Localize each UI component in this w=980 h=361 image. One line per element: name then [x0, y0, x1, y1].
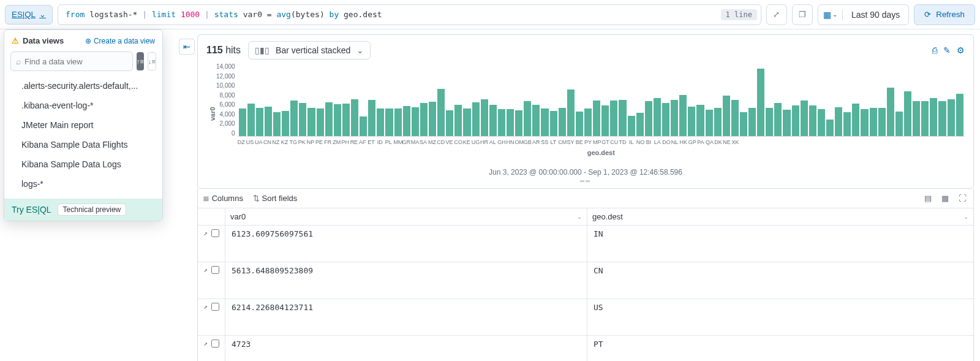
chart-bar[interactable] — [783, 110, 790, 136]
chart-bar[interactable] — [921, 101, 929, 136]
chart-bar[interactable] — [247, 104, 255, 136]
create-data-view-link[interactable]: ⊕ Create a data view — [85, 37, 155, 45]
chart-bar[interactable] — [334, 104, 341, 136]
data-view-item[interactable]: JMeter Main report — [4, 115, 162, 135]
chart-bar[interactable] — [394, 108, 402, 136]
density-button[interactable]: ▤ — [922, 194, 934, 203]
sort-asc-button[interactable]: ↑≡ — [137, 52, 144, 70]
chart-bar[interactable] — [757, 69, 764, 136]
chart-bar[interactable] — [429, 102, 436, 136]
chart-bar[interactable] — [696, 105, 704, 136]
column-header-geo-dest[interactable]: geo.dest⌄ — [587, 208, 973, 225]
chart-bar[interactable] — [325, 102, 333, 136]
chart-bar[interactable] — [256, 108, 263, 136]
chart-bar[interactable] — [774, 103, 782, 136]
expand-row-button[interactable]: ↗ — [203, 229, 208, 237]
sort-fields-button[interactable]: ⇅ Sort fields — [253, 194, 297, 203]
chart-bar[interactable] — [938, 101, 946, 136]
expand-row-button[interactable]: ↗ — [203, 303, 208, 311]
fullscreen-button[interactable]: ⛶ — [956, 194, 968, 203]
chart-bar[interactable] — [377, 108, 384, 136]
chart-bar[interactable] — [385, 108, 393, 136]
display-options-button[interactable]: ▦ — [939, 194, 951, 203]
chart-bar[interactable] — [610, 101, 617, 136]
chart-bar[interactable] — [671, 100, 678, 136]
data-view-item[interactable]: logs-* — [4, 174, 162, 194]
chart-bar[interactable] — [688, 107, 695, 136]
chart-bar[interactable] — [628, 116, 635, 136]
chart-bar[interactable] — [541, 108, 548, 136]
expand-query-button[interactable]: ⤢ — [766, 4, 787, 25]
chart-bar[interactable] — [904, 91, 911, 136]
column-header-var0[interactable]: var0⌄ — [225, 208, 587, 225]
chart-bar[interactable] — [740, 112, 747, 136]
chart-bar[interactable] — [550, 111, 557, 136]
chart-bar[interactable] — [567, 89, 575, 136]
chart-bar[interactable] — [368, 100, 375, 136]
chart-bar[interactable] — [481, 99, 488, 136]
columns-button[interactable]: ≣ Columns — [203, 194, 243, 203]
row-checkbox[interactable] — [211, 303, 219, 311]
chart-bar[interactable] — [895, 112, 903, 136]
chart-bar[interactable] — [731, 100, 739, 136]
expand-row-button[interactable]: ↗ — [203, 340, 208, 348]
data-view-item[interactable]: Kibana Sample Data Flights — [4, 135, 162, 154]
chart-bar[interactable] — [809, 105, 816, 136]
chart-bar[interactable] — [948, 99, 955, 136]
data-view-item[interactable]: logstash-* — [4, 194, 162, 199]
chart-bar[interactable] — [360, 116, 367, 136]
chart-bar[interactable] — [887, 88, 894, 136]
chart-bar[interactable] — [913, 101, 920, 136]
chart-bar[interactable] — [645, 101, 652, 136]
chart-bar[interactable] — [273, 112, 281, 136]
chart-bar[interactable] — [679, 95, 687, 136]
chart-bar[interactable] — [299, 103, 306, 136]
resize-handle[interactable]: ══ — [206, 178, 965, 184]
save-viz-button[interactable]: ⎙ — [932, 45, 937, 55]
chart-bar[interactable] — [766, 108, 773, 136]
chart-bar[interactable] — [342, 104, 350, 136]
chart-bar[interactable] — [706, 110, 713, 136]
chart-bar[interactable] — [956, 94, 963, 136]
chart-bar[interactable] — [619, 100, 626, 136]
chart-bar[interactable] — [852, 104, 859, 136]
chart-bar[interactable] — [420, 103, 428, 136]
calendar-icon-button[interactable]: ▦ ⌄ — [818, 10, 843, 20]
chart-bar[interactable] — [507, 109, 514, 136]
try-esql-link[interactable]: Try ES|QL — [12, 205, 51, 215]
data-view-search[interactable]: ⌕ — [10, 51, 133, 71]
chart-bar[interactable] — [317, 108, 324, 136]
chart-bar[interactable] — [723, 96, 730, 136]
chart-bar[interactable] — [524, 101, 531, 136]
chart-bar[interactable] — [584, 108, 592, 136]
chart-bar[interactable] — [818, 109, 825, 136]
chart-bar[interactable] — [437, 89, 445, 136]
sort-desc-button[interactable]: ↓≡ — [148, 52, 156, 70]
chart-bar[interactable] — [861, 109, 868, 136]
docs-button[interactable]: ❐ — [792, 4, 813, 25]
viz-settings-button[interactable]: ⚙ — [957, 45, 965, 55]
chart-bar[interactable] — [239, 108, 246, 136]
chart-bar[interactable] — [601, 105, 609, 136]
esql-dropdown-button[interactable]: ES|QL ⌄ — [5, 5, 53, 25]
chart-bar[interactable] — [878, 108, 886, 136]
data-view-item[interactable]: Kibana Sample Data Logs — [4, 154, 162, 174]
data-view-item[interactable]: .alerts-security.alerts-default,... — [4, 76, 162, 96]
chart-type-selector[interactable]: ▯▮▯ Bar vertical stacked ⌄ — [248, 41, 371, 59]
chart-bar[interactable] — [463, 108, 470, 136]
expand-row-button[interactable]: ↗ — [203, 266, 208, 274]
query-input[interactable]: from logstash-* | limit 1000 | stats var… — [58, 4, 761, 25]
row-checkbox[interactable] — [211, 266, 219, 274]
chart-bar[interactable] — [714, 108, 722, 136]
chart-bar[interactable] — [930, 98, 937, 136]
chart-bar[interactable] — [351, 99, 358, 136]
chart-bar[interactable] — [662, 103, 669, 136]
chart-bar[interactable] — [870, 108, 877, 136]
chart-bar[interactable] — [472, 102, 480, 136]
row-checkbox[interactable] — [211, 340, 219, 348]
chart-bar[interactable] — [290, 101, 298, 136]
chart-bar[interactable] — [282, 111, 289, 136]
chart-bar[interactable] — [307, 108, 315, 136]
data-view-search-input[interactable] — [24, 57, 127, 66]
data-view-list[interactable]: .alerts-security.alerts-default,....kiba… — [4, 76, 162, 199]
